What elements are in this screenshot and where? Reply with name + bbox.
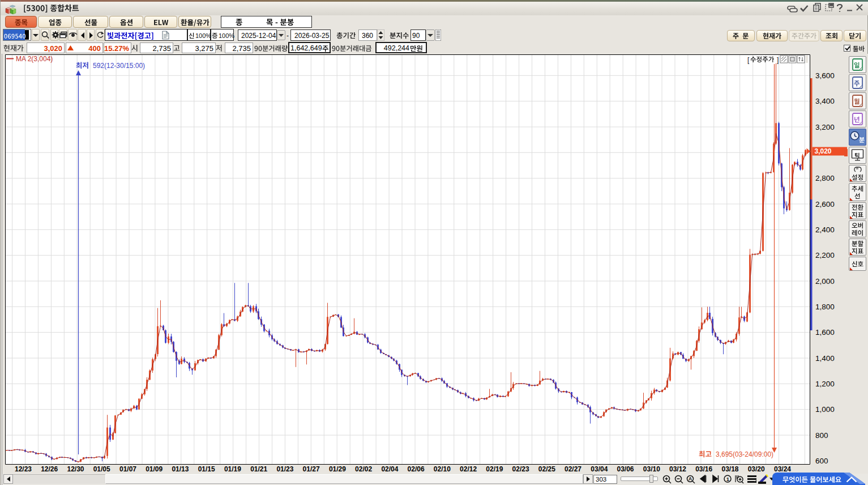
svg-text:03/10: 03/10 [643, 465, 660, 473]
svg-text:1: 1 [726, 476, 730, 482]
svg-text:01/21: 01/21 [250, 465, 267, 473]
svg-text:12/23: 12/23 [15, 465, 32, 473]
svg-text:02/06: 02/06 [408, 465, 425, 473]
svg-text:1,000: 1,000 [815, 405, 835, 414]
svg-text:01/07: 01/07 [119, 465, 136, 473]
svg-text:2,000: 2,000 [815, 277, 835, 286]
svg-text:3,200: 3,200 [815, 123, 835, 131]
svg-text:01/09: 01/09 [146, 465, 163, 473]
svg-text:01/29: 01/29 [329, 465, 346, 473]
svg-text:01/05: 01/05 [93, 465, 110, 473]
svg-text:600: 600 [815, 457, 828, 465]
svg-text:1,600: 1,600 [815, 328, 835, 337]
svg-text:1,200: 1,200 [815, 380, 835, 388]
svg-text:592(12-30/15:00): 592(12-30/15:00) [93, 62, 145, 70]
svg-text:3,400: 3,400 [815, 97, 835, 105]
svg-text:01/15: 01/15 [198, 465, 215, 473]
svg-text:01/23: 01/23 [276, 465, 293, 473]
svg-text:03/18: 03/18 [721, 465, 738, 473]
svg-text:1,800: 1,800 [815, 303, 835, 311]
svg-text:3,695(03-24/09:00): 3,695(03-24/09:00) [716, 450, 773, 458]
svg-text:03/04: 03/04 [591, 465, 608, 473]
svg-text:3,020: 3,020 [815, 147, 832, 155]
svg-text:1,400: 1,400 [815, 354, 835, 363]
svg-text:02/27: 02/27 [565, 465, 581, 473]
svg-text:2,800: 2,800 [815, 174, 835, 182]
svg-text:2,200: 2,200 [815, 251, 835, 259]
svg-text:2,600: 2,600 [815, 200, 835, 209]
svg-text:02/10: 02/10 [434, 465, 451, 473]
svg-text:02/19: 02/19 [486, 465, 503, 473]
svg-text:]: ] [777, 56, 779, 64]
svg-text:01/27: 01/27 [303, 465, 320, 473]
svg-text:2,400: 2,400 [815, 226, 835, 234]
svg-text:03/16: 03/16 [695, 465, 712, 473]
svg-text:800: 800 [815, 431, 828, 440]
svg-text:01/13: 01/13 [172, 465, 189, 473]
svg-text:12/30: 12/30 [67, 465, 84, 473]
svg-text:12/26: 12/26 [41, 465, 58, 473]
svg-text:01/19: 01/19 [224, 465, 241, 473]
svg-text:02/12: 02/12 [460, 465, 477, 473]
svg-text:02/04: 02/04 [381, 465, 398, 473]
svg-text:02/25: 02/25 [538, 465, 555, 473]
svg-text:MA 2(3,004): MA 2(3,004) [16, 55, 53, 63]
svg-text:02/23: 02/23 [512, 465, 529, 473]
svg-text:3,600: 3,600 [815, 71, 835, 80]
svg-text:A: A [689, 476, 692, 482]
svg-text:02/02: 02/02 [355, 465, 372, 473]
svg-text:03/24: 03/24 [774, 465, 791, 473]
svg-text:03/06: 03/06 [617, 465, 634, 473]
svg-text:03/12: 03/12 [669, 465, 686, 473]
svg-text:03/20: 03/20 [748, 465, 765, 473]
